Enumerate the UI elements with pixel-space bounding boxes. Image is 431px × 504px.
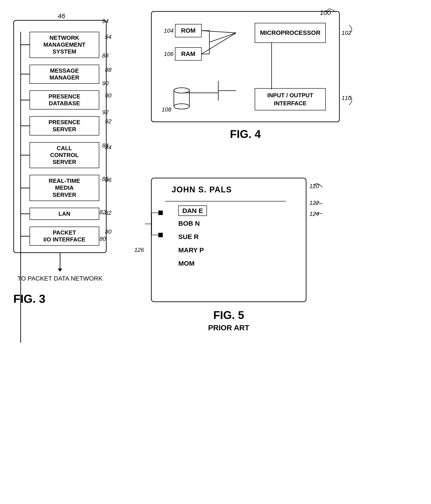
fig5-list-item-mom: MOM [178, 257, 299, 270]
fig3-number-lan: 82 [105, 209, 111, 216]
fig3-box-ccs: CALLCONTROLSERVER [29, 142, 99, 168]
fig4-diagram: 100 104 ROM 106 RAM MICROPROCESSOR [151, 11, 351, 141]
fig3-connector-ps [21, 126, 29, 126]
fig5-dan-box: DAN E [178, 206, 207, 216]
fig3-connector-pd [21, 100, 29, 100]
fig3-connector-mm [21, 74, 29, 74]
fig3-box-pd: PRESENCEDATABASE [29, 90, 99, 109]
fig3-ref-82: 82 [99, 209, 106, 216]
fig3-connector-ccs [21, 155, 29, 155]
fig3-number-pio: 80 [105, 228, 111, 235]
fig5-list-item-bob: BOB N [178, 217, 299, 230]
fig3-ref-90: 90 [102, 80, 108, 87]
svg-rect-14 [158, 211, 163, 215]
fig5-caption-sub: PRIOR ART [151, 324, 306, 332]
fig3-box-pio: PACKETI/O INTERFACE [29, 226, 99, 246]
fig3-ref-86: 86 [102, 175, 108, 182]
fig4-microprocessor-box: MICROPROCESSOR [255, 23, 326, 43]
svg-point-2 [174, 88, 189, 93]
fig3-connector-lan [21, 214, 29, 214]
fig3-ref-88: 88 [102, 52, 108, 59]
fig4-io-box: INPUT / OUTPUTINTERFACE [255, 88, 326, 110]
fig3-arrow-line [60, 253, 60, 269]
fig4-ram-box: RAM [175, 47, 202, 61]
svg-point-3 [174, 104, 189, 109]
fig3-connector-rtms [21, 188, 29, 188]
fig3-row-mm: MESSAGEMANAGER 88 [21, 65, 99, 84]
fig3-box-ps: PRESENCESERVER [29, 116, 99, 135]
fig5-wrapper: JOHN S. PALS DAN E BOB N SUE R MARY P MO… [151, 178, 324, 332]
fig5-list-item-mary: MARY P [178, 243, 299, 257]
svg-line-5 [202, 33, 236, 54]
fig3-connector-nms [21, 45, 29, 45]
fig3-number-mm: 88 [105, 66, 111, 73]
fig3-row-ps: PRESENCESERVER 92 [21, 116, 99, 135]
fig3-box-nms: NETWORKMANAGEMENTSYSTEM [29, 32, 99, 58]
fig3-outer-box: NETWORKMANAGEMENTSYSTEM 94 MESSAGEMANAGE… [13, 20, 107, 253]
svg-line-4 [202, 31, 236, 33]
fig5-outer-box: JOHN S. PALS DAN E BOB N SUE R MARY P MO… [151, 178, 306, 302]
fig3-row-pd: PRESENCEDATABASE 90 [21, 90, 99, 109]
fig3-box-lan: LAN [29, 208, 99, 220]
fig5-caption-title: FIG. 5 [151, 309, 306, 322]
fig4-storage-cylinder [172, 86, 192, 110]
fig5-divider [165, 201, 286, 201]
fig3-row-pio: PACKETI/O INTERFACE 80 [21, 226, 99, 246]
fig4-outer-box: 104 ROM 106 RAM MICROPROCESSOR 102 [151, 11, 340, 122]
fig5-dan-row: DAN E [178, 207, 299, 215]
fig3-diagram: 46 NETWORKMANAGEMENTSYSTEM 94 MESSAGEMAN… [13, 13, 107, 306]
fig5-title: JOHN S. PALS [165, 185, 299, 194]
svg-rect-15 [158, 233, 163, 237]
fig3-box-mm: MESSAGEMANAGER [29, 65, 99, 84]
fig5-curve-122 [312, 201, 323, 207]
fig4-wrapper: 100 104 ROM 106 RAM MICROPROCESSOR [151, 11, 351, 141]
fig5-list: BOB N SUE R MARY P MOM [178, 217, 299, 270]
fig5-curve-124 [312, 211, 323, 217]
fig3-ref-94: 94 [102, 18, 108, 25]
fig4-curve-110 [348, 95, 357, 106]
fig5-ref-126: 126 [134, 247, 144, 253]
fig4-ref-106: 106 [164, 51, 173, 58]
fig3-number-pd: 90 [105, 92, 111, 99]
fig3-row-ccs: CALLCONTROLSERVER 84 [21, 142, 99, 168]
fig3-reference-46: 46 [58, 12, 65, 20]
fig4-curve-102 [348, 24, 357, 35]
fig4-rom-box: ROM [175, 24, 202, 37]
fig3-caption: FIG. 3 [13, 292, 107, 306]
fig3-number-nms: 94 [105, 34, 111, 40]
fig3-ref-92: 92 [102, 109, 108, 116]
fig5-brackets-svg [152, 207, 170, 270]
fig3-row-nms: NETWORKMANAGEMENTSYSTEM 94 [21, 32, 99, 58]
fig3-bottom-text: TO PACKET DATA NETWORK [17, 274, 102, 283]
fig3-box-rtms: REAL-TIMEMEDIASERVER [29, 175, 99, 201]
fig4-ref-108: 108 [162, 106, 171, 113]
fig5-diagram: JOHN S. PALS DAN E BOB N SUE R MARY P MO… [151, 178, 324, 332]
fig3-number-ps: 92 [105, 118, 111, 125]
fig5-caption: FIG. 5 PRIOR ART [151, 309, 306, 332]
fig4-caption: FIG. 4 [151, 128, 340, 141]
fig3-ref-80: 80 [99, 235, 106, 242]
fig3-connector-pio [21, 236, 29, 237]
fig3-ref-84: 84 [102, 142, 108, 149]
fig3-arrowhead [58, 269, 62, 272]
page: 46 NETWORKMANAGEMENTSYSTEM 94 MESSAGEMAN… [0, 0, 431, 504]
fig5-list-item-sue: SUE R [178, 230, 299, 243]
fig3-arrow-section: TO PACKET DATA NETWORK [13, 253, 107, 283]
fig3-row-lan: LAN 82 [21, 208, 99, 220]
fig4-ref-104: 104 [164, 27, 173, 34]
svg-line-10 [209, 33, 236, 42]
fig5-curve-120 [312, 180, 323, 188]
fig3-row-rtms: REAL-TIMEMEDIASERVER 86 [21, 175, 99, 201]
